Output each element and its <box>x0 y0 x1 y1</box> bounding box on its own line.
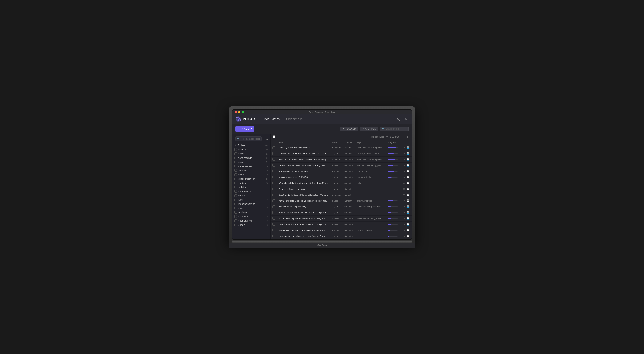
sidebar-checkbox-firebase[interactable] <box>234 169 237 172</box>
close-button[interactable] <box>235 111 237 113</box>
sidebar-checkbox-funding[interactable] <box>234 182 237 184</box>
row-flag-btn-1[interactable]: ⚑ <box>410 152 412 156</box>
row-flag-btn-12[interactable]: ⚑ <box>410 217 412 220</box>
search-box[interactable]: 🔍 Search by title <box>380 127 408 131</box>
row-checkbox-15[interactable] <box>272 235 275 237</box>
row-checkbox-1[interactable] <box>272 152 275 155</box>
sidebar-checkbox-growth[interactable] <box>234 153 237 155</box>
row-checkbox-8[interactable] <box>272 193 275 196</box>
add-button[interactable]: ＋ + ADD ▾ <box>236 126 254 132</box>
row-tag-btn-13[interactable]: 🏷 <box>402 222 405 226</box>
row-checkbox-10[interactable] <box>272 205 275 208</box>
sidebar-checkbox-startups[interactable] <box>234 148 237 151</box>
select-all-checkbox[interactable] <box>273 135 275 138</box>
sidebar-item-venturecapital[interactable]: venturecapital 34 <box>232 156 270 160</box>
sidebar-item-datastreamer[interactable]: datastreamer 16 <box>232 164 270 169</box>
row-title-10[interactable]: Twitter's Kafka adoption story <box>277 204 330 209</box>
sidebar-item-firebase[interactable]: firebase 15 <box>232 169 270 173</box>
row-tag-btn-3[interactable]: 🏷 <box>402 164 405 167</box>
row-title-3[interactable]: Gensim Topic Modeling - A Guide to Build… <box>277 162 330 168</box>
row-save-btn-12[interactable]: 💾 <box>406 217 410 220</box>
sidebar-checkbox-google[interactable] <box>234 224 237 226</box>
sidebar-item-react[interactable]: react 7 <box>232 206 270 210</box>
user-icon[interactable] <box>396 117 401 122</box>
sidebar-checkbox-marketing[interactable] <box>234 215 237 218</box>
sidebar-checkbox-sales[interactable] <box>234 174 237 176</box>
prev-page-button[interactable]: ‹ <box>402 135 406 139</box>
row-tag-btn-8[interactable]: 🏷 <box>402 193 405 197</box>
row-title-12[interactable]: Inside the Pricey War to Influence Your … <box>277 215 330 221</box>
sidebar-checkbox-polar[interactable] <box>234 161 237 163</box>
sidebar-checkbox-venturecapital[interactable] <box>234 157 237 159</box>
row-title-5[interactable]: Musings, ninja ones: PHP GR8 <box>277 174 330 180</box>
row-save-btn-5[interactable]: 💾 <box>406 175 410 179</box>
row-tag-btn-1[interactable]: 🏷 <box>402 152 405 156</box>
row-checkbox-7[interactable] <box>272 188 275 190</box>
row-tag-btn-10[interactable]: 🏷 <box>402 205 405 209</box>
sidebar-item-funding[interactable]: funding 13 <box>232 181 270 185</box>
row-checkbox-4[interactable] <box>272 170 275 173</box>
next-page-button[interactable]: › <box>406 135 409 139</box>
sidebar-checkbox-chrome[interactable] <box>234 194 237 197</box>
row-flag-btn-8[interactable]: ⚑ <box>410 193 412 197</box>
sidebar-checkbox-mathematics[interactable] <box>234 190 237 193</box>
sidebar-item-anki[interactable]: anki 8 <box>232 198 270 202</box>
row-flag-btn-13[interactable]: ⚑ <box>410 222 412 226</box>
th-progress[interactable]: Progress ↓ <box>386 140 400 145</box>
row-save-btn-6[interactable]: 💾 <box>406 181 410 185</box>
sidebar-item-sales[interactable]: sales 15 <box>232 173 270 177</box>
row-save-btn-0[interactable]: 💾 <box>406 146 410 150</box>
row-save-btn-9[interactable]: 💾 <box>406 199 410 203</box>
row-title-14[interactable]: Indispensable Growth Frameworks from My … <box>277 227 330 233</box>
rows-per-page-value[interactable]: 25 ▾ <box>384 136 388 138</box>
sidebar-item-deeplearning[interactable]: deeplearning 5 <box>232 219 270 223</box>
row-title-4[interactable]: Augmenting Long-term Memory <box>277 168 330 174</box>
row-checkbox-13[interactable] <box>272 223 275 225</box>
row-tag-btn-6[interactable]: 🏷 <box>402 181 405 185</box>
row-checkbox-9[interactable] <box>272 199 275 202</box>
row-flag-btn-7[interactable]: ⚑ <box>410 187 412 191</box>
sidebar-item-textbook[interactable]: textbook 7 <box>232 210 270 214</box>
tab-annotations[interactable]: ANNOTATIONS <box>283 115 306 123</box>
sidebar-checkbox-machinelearning[interactable] <box>234 203 237 205</box>
row-tag-btn-11[interactable]: 🏷 <box>402 211 405 214</box>
sidebar-add-folder-button[interactable]: + <box>266 138 269 141</box>
sidebar-checkbox-datastreamer[interactable] <box>234 165 237 168</box>
row-flag-btn-6[interactable]: ⚑ <box>410 181 412 185</box>
sidebar-item-webdev[interactable]: webdev 11 <box>232 185 270 189</box>
row-tag-btn-9[interactable]: 🏷 <box>402 199 405 203</box>
row-checkbox-5[interactable] <box>272 176 275 178</box>
maximize-button[interactable] <box>242 111 244 113</box>
row-title-1[interactable]: Pinterest and Grubhub's Former Growth Le… <box>277 151 330 157</box>
row-tag-btn-0[interactable]: 🏷 <box>402 146 405 150</box>
sidebar-checkbox-webdev[interactable] <box>234 186 237 188</box>
settings-icon[interactable] <box>403 117 408 122</box>
sidebar-item-chrome[interactable]: chrome 8 <box>232 193 270 198</box>
row-flag-btn-9[interactable]: ⚑ <box>410 199 412 203</box>
flagged-button[interactable]: ⚑ FLAGGED <box>340 127 358 131</box>
sidebar-folders-header[interactable]: ▤ Folders 265 <box>232 143 270 148</box>
row-save-btn-7[interactable]: 💾 <box>406 187 410 191</box>
row-title-7[interactable]: A Guide to Seed Fundraising <box>277 186 330 192</box>
sidebar-item-startups[interactable]: startups 65 <box>232 148 270 152</box>
row-title-11[interactable]: 5 books every marketer should read in 20… <box>277 209 330 215</box>
row-checkbox-3[interactable] <box>272 164 275 167</box>
row-save-btn-1[interactable]: 💾 <box>406 152 410 156</box>
row-flag-btn-10[interactable]: ⚑ <box>410 205 412 209</box>
row-flag-btn-5[interactable]: ⚑ <box>410 175 412 179</box>
minimize-button[interactable] <box>238 111 240 113</box>
archived-button[interactable]: ✓ ARCHIVED <box>360 127 378 131</box>
sidebar-item-polar[interactable]: polar 31 <box>232 160 270 164</box>
row-flag-btn-11[interactable]: ⚑ <box>410 211 412 214</box>
row-save-btn-2[interactable]: 💾 <box>406 158 410 161</box>
sidebar-checkbox-textbook[interactable] <box>234 211 237 213</box>
row-title-8[interactable]: Just Say No To Capped Convertible Notes!… <box>277 192 330 198</box>
row-flag-btn-3[interactable]: ⚑ <box>410 164 412 167</box>
row-save-btn-8[interactable]: 💾 <box>406 193 410 197</box>
row-checkbox-6[interactable] <box>272 182 275 184</box>
sidebar-item-marketing[interactable]: marketing 5 <box>232 214 270 219</box>
row-save-btn-14[interactable]: 💾 <box>406 228 410 232</box>
row-title-13[interactable]: GPT-2: How to Build "The AI That's Too D… <box>277 221 330 227</box>
row-tag-btn-5[interactable]: 🏷 <box>402 175 405 179</box>
row-tag-btn-12[interactable]: 🏷 <box>402 217 405 220</box>
